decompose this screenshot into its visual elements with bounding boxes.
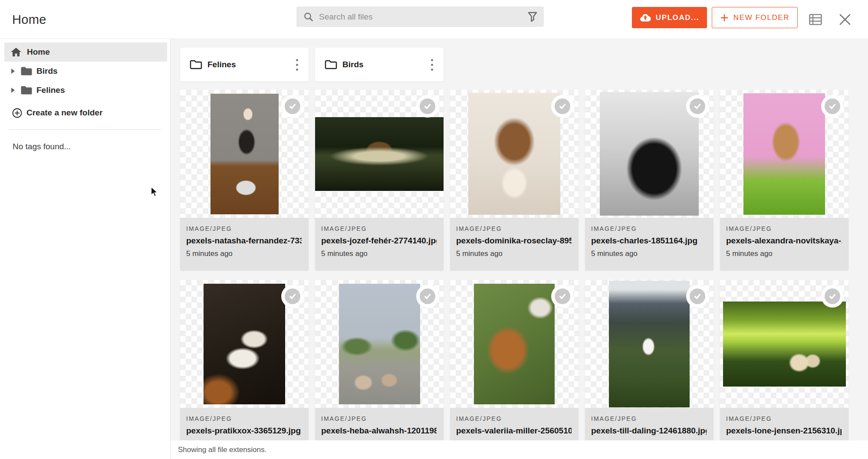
file-meta: IMAGE/JPEG pexels-charles-1851164.jpg 5 …: [585, 218, 713, 270]
new-folder-button-label: NEW FOLDER: [733, 13, 789, 22]
create-folder-label: Create a new folder: [26, 108, 102, 118]
sidebar-divider: [9, 129, 161, 130]
cloud-upload-icon: [640, 13, 651, 22]
kebab-menu-icon[interactable]: [292, 56, 302, 74]
file-card[interactable]: IMAGE/JPEG pexels-pratikxox-3365129.jpg …: [180, 280, 309, 459]
filter-icon[interactable]: [527, 11, 538, 23]
file-mimetype: IMAGE/JPEG: [321, 415, 437, 422]
file-thumbnail: [339, 284, 420, 404]
check-icon: [420, 289, 435, 304]
check-icon: [285, 289, 300, 304]
select-checkmark[interactable]: [416, 285, 439, 308]
file-thumbnail: [600, 92, 699, 216]
file-card[interactable]: IMAGE/JPEG pexels-till-daling-12461880.j…: [585, 280, 713, 459]
file-thumbnail-area[interactable]: [180, 280, 309, 408]
select-checkmark[interactable]: [416, 95, 439, 118]
new-folder-button[interactable]: NEW FOLDER: [712, 7, 798, 28]
file-name: pexels-alexandra-novitskaya-2...: [726, 236, 842, 246]
select-checkmark[interactable]: [686, 95, 709, 118]
plus-icon: [720, 13, 729, 22]
list-view-icon: [809, 14, 822, 25]
file-grid: IMAGE/JPEG pexels-natasha-fernandez-733.…: [180, 90, 868, 459]
file-thumbnail: [743, 93, 825, 215]
file-timestamp: 5 minutes ago: [456, 249, 572, 258]
folder-icon: [20, 85, 33, 95]
folder-card-name: Birds: [342, 60, 427, 69]
file-card[interactable]: IMAGE/JPEG pexels-charles-1851164.jpg 5 …: [585, 90, 713, 270]
select-checkmark[interactable]: [551, 285, 574, 308]
check-icon: [825, 289, 840, 304]
file-name: pexels-pratikxox-3365129.jpg: [186, 426, 302, 436]
page-title: Home: [12, 0, 46, 39]
status-bar: Showing all file extensions.: [171, 440, 868, 459]
file-card[interactable]: IMAGE/JPEG pexels-natasha-fernandez-733.…: [180, 90, 309, 270]
file-thumbnail-area[interactable]: [450, 280, 579, 408]
create-folder-link[interactable]: Create a new folder: [0, 102, 170, 123]
sidebar-folder-tree: Birds Felines: [0, 62, 170, 100]
check-icon: [690, 289, 705, 304]
file-card[interactable]: IMAGE/JPEG pexels-dominika-roseclay-8952…: [450, 90, 579, 270]
file-card[interactable]: IMAGE/JPEG pexels-lone-jensen-2156310.jp…: [720, 280, 848, 459]
header: Home UPLOAD... NEW FOLDER: [0, 0, 868, 39]
caret-right-icon[interactable]: [11, 69, 15, 74]
folder-card[interactable]: Birds: [315, 48, 444, 82]
file-thumbnail-area[interactable]: [315, 280, 444, 408]
sidebar-tree-item[interactable]: Birds: [0, 62, 170, 81]
file-thumbnail-area[interactable]: [585, 90, 713, 218]
file-thumbnail-area[interactable]: [180, 90, 309, 218]
caret-right-icon[interactable]: [11, 88, 15, 93]
no-tags-text: No tags found...: [13, 142, 170, 151]
file-mimetype: IMAGE/JPEG: [456, 225, 572, 232]
file-thumbnail-area[interactable]: [720, 280, 848, 408]
kebab-menu-icon[interactable]: [427, 56, 437, 74]
close-button[interactable]: [838, 0, 852, 39]
search-input[interactable]: [319, 12, 527, 22]
file-name: pexels-jozef-fehér-2774140.jpg: [321, 236, 437, 246]
select-checkmark[interactable]: [821, 285, 844, 308]
sidebar-item-label: Home: [27, 47, 50, 57]
search-bar[interactable]: [296, 7, 544, 27]
file-mimetype: IMAGE/JPEG: [726, 225, 842, 232]
file-timestamp: 5 minutes ago: [321, 249, 437, 258]
file-name: pexels-dominika-roseclay-8952...: [456, 236, 572, 246]
file-thumbnail: [468, 93, 560, 215]
file-meta: IMAGE/JPEG pexels-alexandra-novitskaya-2…: [720, 218, 848, 270]
file-thumbnail: [210, 94, 279, 214]
select-checkmark[interactable]: [821, 95, 844, 118]
check-icon: [825, 98, 840, 114]
file-picker-window: Home UPLOAD... NEW FOLDER: [0, 0, 868, 459]
file-thumbnail: [609, 281, 690, 407]
check-icon: [690, 98, 705, 114]
sidebar-item-home[interactable]: Home: [4, 43, 167, 62]
file-name: pexels-charles-1851164.jpg: [591, 236, 707, 246]
file-mimetype: IMAGE/JPEG: [591, 415, 707, 422]
check-icon: [285, 98, 300, 114]
file-thumbnail-area[interactable]: [585, 280, 713, 408]
sidebar-tree-item[interactable]: Felines: [0, 81, 170, 100]
file-mimetype: IMAGE/JPEG: [321, 225, 437, 232]
folder-card[interactable]: Felines: [180, 48, 309, 82]
plus-circle-icon: [12, 108, 22, 118]
upload-button[interactable]: UPLOAD...: [632, 7, 707, 28]
file-mimetype: IMAGE/JPEG: [591, 225, 707, 232]
file-mimetype: IMAGE/JPEG: [456, 415, 572, 422]
file-name: pexels-till-daling-12461880.jpg: [591, 426, 707, 436]
folder-icon: [20, 66, 33, 76]
select-checkmark[interactable]: [281, 95, 304, 118]
file-card[interactable]: IMAGE/JPEG pexels-valeriia-miller-256051…: [450, 280, 579, 459]
file-meta: IMAGE/JPEG pexels-natasha-fernandez-733.…: [180, 218, 309, 270]
select-checkmark[interactable]: [551, 95, 574, 118]
list-view-toggle[interactable]: [809, 0, 822, 39]
file-thumbnail-area[interactable]: [450, 90, 579, 218]
file-thumbnail-area[interactable]: [720, 90, 848, 218]
select-checkmark[interactable]: [281, 285, 304, 308]
file-card[interactable]: IMAGE/JPEG pexels-alexandra-novitskaya-2…: [720, 90, 848, 270]
check-icon: [420, 98, 435, 114]
check-icon: [555, 289, 570, 304]
file-thumbnail-area[interactable]: [315, 90, 444, 218]
status-text: Showing all file extensions.: [178, 446, 266, 454]
file-name: pexels-heba-alwahsh-1201198...: [321, 426, 437, 436]
select-checkmark[interactable]: [686, 285, 709, 308]
file-card[interactable]: IMAGE/JPEG pexels-jozef-fehér-2774140.jp…: [315, 90, 444, 270]
file-card[interactable]: IMAGE/JPEG pexels-heba-alwahsh-1201198..…: [315, 280, 444, 459]
